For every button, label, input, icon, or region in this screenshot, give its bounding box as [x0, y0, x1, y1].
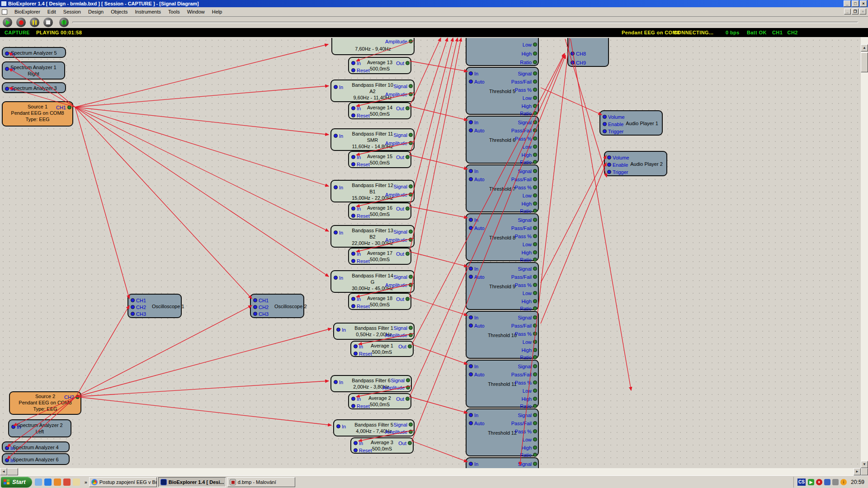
port-dot-icon[interactable] [409, 326, 413, 330]
network-icon[interactable] [824, 479, 830, 485]
pass--port[interactable]: Pass % [515, 136, 537, 141]
average-18[interactable]: Average 18500,0mSInResetOut [348, 293, 411, 310]
port-dot-icon[interactable] [533, 275, 537, 279]
signal-port[interactable]: Signal [393, 229, 413, 235]
high-port[interactable]: High [521, 51, 537, 56]
auto-port[interactable]: Auto [469, 127, 485, 133]
enable-port[interactable]: Enable [603, 121, 623, 127]
ch1-port[interactable]: CH1 [253, 297, 269, 303]
port-dot-icon[interactable] [533, 209, 537, 213]
connect-button[interactable] [59, 18, 69, 27]
threshold-13-partial[interactable]: InSignal [466, 457, 539, 468]
spectrum-analyzer-3[interactable]: Spectrum Analyzer 3In [2, 82, 66, 93]
auto-port[interactable]: Auto [469, 323, 485, 328]
position-slider[interactable] [72, 22, 858, 23]
average-15[interactable]: Average 15500,0mSInResetOut [348, 151, 411, 168]
amplitude-port[interactable]: Amplitude [385, 429, 413, 435]
out-port[interactable]: Out [396, 396, 410, 402]
port-dot-icon[interactable] [409, 192, 413, 197]
bandpass-filter-14[interactable]: Bandpass Filter 14G30,00Hz - 45,00HzInSi… [330, 270, 415, 293]
pass--port[interactable]: Pass % [515, 87, 537, 93]
in-port[interactable]: In [469, 119, 478, 125]
port-dot-icon[interactable] [334, 230, 338, 235]
port-dot-icon[interactable] [406, 397, 410, 401]
port-dot-icon[interactable] [409, 238, 413, 242]
port-dot-icon[interactable] [469, 315, 473, 319]
reset-port[interactable]: Reset [351, 113, 370, 118]
low-port[interactable]: Low [523, 144, 537, 150]
in-port[interactable]: In [469, 168, 478, 174]
menu-instruments[interactable]: Instruments [132, 8, 165, 16]
oscilloscope-2[interactable]: Oscilloscope 2CH1CH2CH3 [250, 294, 304, 318]
port-dot-icon[interactable] [603, 129, 607, 133]
port-dot-icon[interactable] [354, 344, 358, 348]
in-port[interactable]: In [334, 230, 343, 235]
pass-fail-port[interactable]: Pass/Fail [511, 225, 537, 231]
low-port[interactable]: Low [523, 42, 537, 47]
scroll-up-button[interactable]: ▲ [861, 44, 868, 52]
record-button[interactable] [16, 18, 26, 27]
port-dot-icon[interactable] [533, 71, 537, 75]
in-port[interactable]: In [334, 275, 343, 281]
low-port[interactable]: Low [523, 436, 537, 442]
port-dot-icon[interactable] [469, 226, 473, 230]
port-dot-icon[interactable] [5, 458, 9, 462]
port-dot-icon[interactable] [533, 42, 537, 47]
signal-port[interactable]: Signal [518, 314, 537, 320]
maximize-button[interactable]: □ [852, 0, 859, 7]
port-dot-icon[interactable] [533, 355, 537, 359]
reset-port[interactable]: Reset [354, 447, 372, 453]
low-port[interactable]: Low [523, 95, 537, 101]
signal-port[interactable]: Signal [518, 412, 537, 418]
pass--port[interactable]: Pass % [515, 184, 537, 190]
port-dot-icon[interactable] [533, 404, 537, 408]
child-close-button[interactable]: × [859, 9, 866, 14]
menu-tools[interactable]: Tools [165, 8, 184, 16]
in-port[interactable]: In [5, 51, 14, 56]
port-dot-icon[interactable] [469, 275, 473, 279]
amplitude-port[interactable]: Amplitude [385, 237, 413, 243]
bandpass-filter-6[interactable]: Bandpass Filter 62,00Hz - 3,80HzInSignal… [330, 375, 412, 392]
spectrum-analyzer-6[interactable]: Spectrum Analyzer 6In [2, 453, 70, 465]
mail-app-icon[interactable] [35, 479, 42, 486]
taskbar-task-0[interactable]: Postup zapojení EEG v Br... [89, 477, 157, 487]
port-dot-icon[interactable] [334, 380, 338, 384]
port-dot-icon[interactable] [533, 437, 537, 441]
trigger-port[interactable]: Trigger [603, 128, 623, 134]
media-player-icon[interactable] [54, 479, 61, 486]
port-dot-icon[interactable] [5, 87, 9, 91]
source-1[interactable]: Source 1Pendant EEG on COM8Type: EEGCH1 [2, 101, 73, 127]
port-dot-icon[interactable] [131, 305, 135, 309]
in-port[interactable]: In [334, 184, 343, 190]
port-dot-icon[interactable] [533, 96, 537, 100]
port-dot-icon[interactable] [406, 297, 410, 301]
ch2-port[interactable]: CH2 [64, 394, 80, 400]
port-dot-icon[interactable] [409, 333, 413, 337]
port-dot-icon[interactable] [354, 448, 358, 452]
port-dot-icon[interactable] [351, 155, 355, 159]
out-port[interactable]: Out [396, 105, 410, 111]
port-dot-icon[interactable] [533, 160, 537, 164]
port-dot-icon[interactable] [533, 299, 537, 303]
port-dot-icon[interactable] [67, 105, 71, 109]
in-port[interactable]: In [336, 327, 346, 333]
port-dot-icon[interactable] [533, 446, 537, 450]
spectrum-analyzer-5[interactable]: Spectrum Analyzer 5In [2, 47, 66, 58]
high-port[interactable]: High [521, 445, 537, 450]
out-port[interactable]: Out [398, 440, 412, 446]
port-dot-icon[interactable] [533, 177, 537, 181]
horizontal-scrollbar[interactable]: ◄ ► [0, 468, 861, 475]
port-dot-icon[interactable] [533, 413, 537, 417]
reset-port[interactable]: Reset [351, 67, 370, 73]
in-port[interactable]: In [5, 457, 14, 463]
out-port[interactable]: Out [396, 60, 410, 66]
signal-port[interactable]: Signal [518, 217, 537, 223]
high-port[interactable]: High [521, 103, 537, 109]
audio-player-1[interactable]: Audio Player 1VolumeEnableTrigger [599, 110, 663, 136]
signal-port[interactable]: Signal [391, 377, 410, 383]
updates-icon[interactable]: ▶ [808, 479, 814, 485]
bandpass-filter-13[interactable]: Bandpass Filter 13B222,00Hz - 30,00HzInS… [330, 225, 415, 248]
port-dot-icon[interactable] [607, 170, 611, 174]
port-dot-icon[interactable] [351, 106, 355, 110]
port-dot-icon[interactable] [607, 155, 611, 160]
